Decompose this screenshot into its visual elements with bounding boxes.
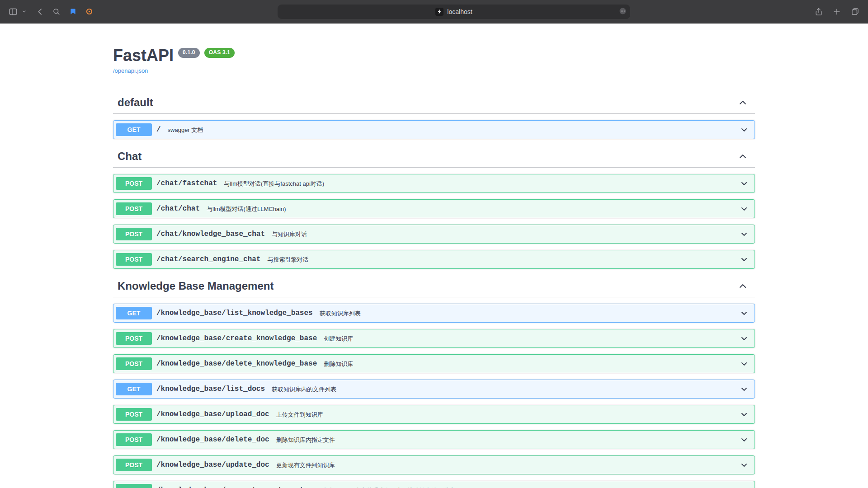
operation-path: /knowledge_base/create_knowledge_base — [156, 334, 317, 343]
section-header-chat[interactable]: Chat — [113, 145, 755, 168]
chevron-down-icon — [740, 460, 749, 469]
chevron-down-icon — [740, 230, 749, 239]
section-header-knowledge-base-management[interactable]: Knowledge Base Management — [113, 275, 755, 297]
new-tab-icon[interactable] — [830, 5, 844, 19]
operation-row[interactable]: GET/knowledge_base/list_knowledge_bases获… — [113, 304, 755, 323]
operation-path: /chat/search_engine_chat — [156, 255, 260, 263]
operation-path: /knowledge_base/delete_knowledge_base — [156, 360, 317, 368]
method-badge: POST — [116, 253, 152, 266]
method-badge: POST — [116, 408, 152, 421]
operation-description: 上传文件到知识库 — [276, 411, 323, 419]
operation-row[interactable]: POST/knowledge_base/recreate_vector_stor… — [113, 481, 755, 488]
sidebar-toggle[interactable] — [6, 5, 27, 19]
method-badge: POST — [116, 202, 152, 215]
operation-description: 获取知识库内的文件列表 — [272, 385, 336, 394]
operation-path: /chat/fastchat — [156, 179, 217, 188]
method-badge: GET — [116, 307, 152, 319]
operation-path: /knowledge_base/update_doc — [156, 461, 269, 469]
page-menu-icon[interactable] — [618, 7, 627, 17]
tag-section-default: defaultGET/swagger 文档 — [113, 92, 755, 139]
section-title: Chat — [118, 150, 142, 163]
operation-path: /chat/knowledge_base_chat — [156, 230, 265, 238]
version-badge: 0.1.0 — [178, 48, 200, 58]
share-icon[interactable] — [812, 5, 826, 19]
operation-row[interactable]: POST/knowledge_base/delete_knowledge_bas… — [113, 354, 755, 373]
swagger-page: FastAPI 0.1.0 OAS 3.1 /openapi.json defa… — [0, 23, 868, 488]
record-extension-icon[interactable] — [82, 5, 96, 19]
operation-row[interactable]: POST/chat/fastchat与llm模型对话(直接与fastchat a… — [113, 174, 755, 193]
method-badge: POST — [116, 332, 152, 345]
operation-description: 删除知识库 — [324, 360, 353, 368]
method-badge: GET — [116, 123, 152, 136]
sidebar-icon — [6, 5, 20, 19]
method-badge: POST — [116, 228, 152, 240]
operation-row[interactable]: POST/knowledge_base/upload_doc上传文件到知识库 — [113, 405, 755, 424]
section-title: default — [118, 96, 153, 109]
operation-description: swagger 文档 — [168, 126, 203, 134]
method-badge: POST — [116, 484, 152, 488]
chevron-up-icon — [738, 98, 748, 108]
chevron-up-icon — [738, 281, 748, 291]
method-badge: GET — [116, 383, 152, 395]
operation-description: 与知识库对话 — [272, 230, 307, 239]
operation-path: /knowledge_base/list_knowledge_bases — [156, 309, 313, 317]
operation-row[interactable]: GET/knowledge_base/list_docs获取知识库内的文件列表 — [113, 380, 755, 399]
operation-description: 与搜索引擎对话 — [267, 256, 308, 264]
operation-row[interactable]: POST/chat/chat与llm模型对话(通过LLMChain) — [113, 199, 755, 218]
operation-row[interactable]: POST/knowledge_base/update_doc更新现有文件到知识库 — [113, 455, 755, 474]
operation-path: /chat/chat — [156, 205, 200, 213]
chevron-down-icon — [740, 179, 749, 188]
openapi-spec-link[interactable]: /openapi.json — [113, 67, 148, 74]
operation-path: /knowledge_base/delete_doc — [156, 436, 269, 444]
operation-description: 删除知识库内指定文件 — [276, 436, 335, 444]
section-title: Knowledge Base Management — [118, 280, 274, 292]
chevron-down-icon — [740, 204, 749, 213]
sections: defaultGET/swagger 文档ChatPOST/chat/fastc… — [113, 92, 755, 488]
operation-description: 与llm模型对话(直接与fastchat api对话) — [224, 180, 324, 188]
site-favicon — [435, 8, 443, 16]
chevron-up-icon — [738, 151, 748, 161]
method-badge: POST — [116, 177, 152, 190]
operation-path: /knowledge_base/list_docs — [156, 385, 265, 393]
method-badge: POST — [116, 357, 152, 370]
chevron-down-icon — [740, 309, 749, 318]
operation-row[interactable]: POST/chat/knowledge_base_chat与知识库对话 — [113, 225, 755, 244]
tag-section-knowledge-base-management: Knowledge Base ManagementGET/knowledge_b… — [113, 275, 755, 488]
url-text: localhost — [447, 8, 472, 15]
operation-description: 与llm模型对话(通过LLMChain) — [207, 205, 286, 213]
chevron-down-icon — [740, 359, 749, 368]
operation-row[interactable]: POST/chat/search_engine_chat与搜索引擎对话 — [113, 250, 755, 269]
page-title: FastAPI 0.1.0 OAS 3.1 — [113, 46, 755, 65]
bookmark-extension-icon[interactable] — [66, 5, 80, 19]
operation-path: / — [156, 126, 161, 134]
api-info: FastAPI 0.1.0 OAS 3.1 /openapi.json — [113, 46, 755, 75]
operation-path: /knowledge_base/upload_doc — [156, 410, 269, 418]
tag-section-chat: ChatPOST/chat/fastchat与llm模型对话(直接与fastch… — [113, 145, 755, 269]
tabs-overview-icon[interactable] — [848, 5, 862, 19]
operation-description: 更新现有文件到知识库 — [276, 461, 335, 469]
section-header-default[interactable]: default — [113, 92, 755, 114]
method-badge: POST — [116, 433, 152, 446]
chevron-down-icon — [740, 334, 749, 343]
back-button[interactable] — [33, 5, 47, 19]
operation-description: 获取知识库列表 — [320, 310, 361, 318]
operation-row[interactable]: POST/knowledge_base/create_knowledge_bas… — [113, 329, 755, 348]
search-icon[interactable] — [50, 5, 63, 19]
method-badge: POST — [116, 459, 152, 471]
chevron-down-icon — [740, 486, 749, 488]
oas-badge: OAS 3.1 — [204, 48, 235, 58]
operation-row[interactable]: GET/swagger 文档 — [113, 120, 755, 139]
address-bar[interactable]: localhost — [278, 5, 630, 19]
browser-toolbar: localhost — [0, 0, 868, 23]
chevron-down-icon — [740, 385, 749, 394]
chevron-down-icon — [740, 435, 749, 444]
operation-row[interactable]: POST/knowledge_base/delete_doc删除知识库内指定文件 — [113, 430, 755, 449]
chevron-down-icon — [740, 410, 749, 419]
chevron-down-icon — [21, 5, 27, 19]
api-title-text: FastAPI — [113, 46, 174, 65]
chevron-down-icon — [740, 255, 749, 264]
chevron-down-icon — [740, 125, 749, 134]
operation-path: /knowledge_base/recreate_vector_store — [156, 486, 317, 488]
operation-description: 创建知识库 — [324, 335, 353, 343]
